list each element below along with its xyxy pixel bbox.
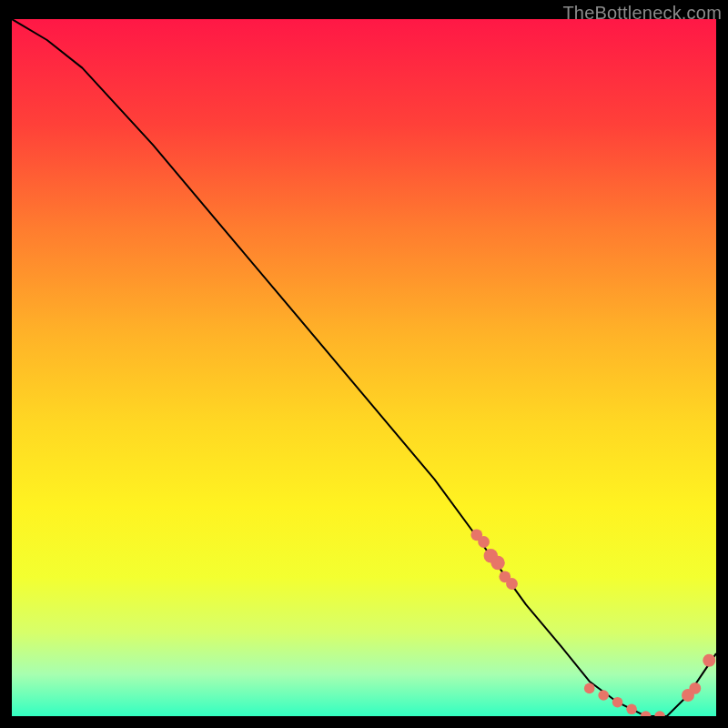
chart-svg <box>12 19 716 716</box>
cluster-ascent-2 <box>689 682 701 694</box>
chart-frame: TheBottleneck.com <box>12 19 716 716</box>
cluster-descent-2 <box>478 536 490 548</box>
cluster-ascent-3 <box>703 654 715 667</box>
valley-4 <box>626 704 637 715</box>
valley-6 <box>654 711 665 716</box>
bottleneck-curve <box>12 19 716 716</box>
cluster-descent-4 <box>490 556 504 570</box>
valley-2 <box>598 690 609 701</box>
valley-5 <box>641 711 652 716</box>
cluster-descent-6 <box>506 578 518 590</box>
valley-3 <box>612 697 623 708</box>
valley-1 <box>584 683 595 694</box>
